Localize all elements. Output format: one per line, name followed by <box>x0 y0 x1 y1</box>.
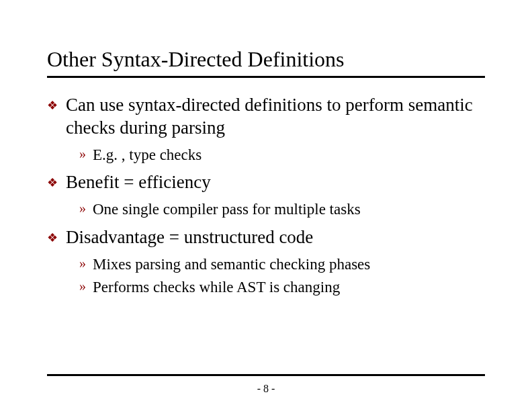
raquo-bullet-icon: » <box>79 279 86 294</box>
list-item: ❖ Disadvantage = unstructured code » Mix… <box>47 226 485 298</box>
list-item: ❖ Benefit = efficiency » One single comp… <box>47 171 485 220</box>
list-item-row: ❖ Can use syntax-directed definitions to… <box>47 94 485 140</box>
sub-list-item-text: One single compiler pass for multiple ta… <box>93 199 361 220</box>
footer-divider <box>47 374 485 376</box>
diamond-bullet-icon: ❖ <box>47 175 58 190</box>
slide-title: Other Syntax-Directed Definitions <box>47 47 485 78</box>
diamond-bullet-icon: ❖ <box>47 98 58 113</box>
sub-list-item: » One single compiler pass for multiple … <box>79 199 485 220</box>
sub-list: » E.g. , type checks <box>79 145 485 165</box>
sub-list-item-text: Mixes parsing and semantic checking phas… <box>93 255 370 275</box>
diamond-bullet-icon: ❖ <box>47 230 58 245</box>
list-item-text: Disadvantage = unstructured code <box>66 226 313 249</box>
sub-list-item-text: E.g. , type checks <box>93 145 202 165</box>
bullet-list: ❖ Can use syntax-directed definitions to… <box>47 94 485 298</box>
raquo-bullet-icon: » <box>79 146 86 162</box>
slide: Other Syntax-Directed Definitions ❖ Can … <box>0 0 532 411</box>
raquo-bullet-icon: » <box>79 201 86 216</box>
raquo-bullet-icon: » <box>79 256 86 271</box>
list-item-text: Benefit = efficiency <box>66 171 211 194</box>
sub-list-item-text: Performs checks while AST is changing <box>93 277 340 298</box>
sub-list: » One single compiler pass for multiple … <box>79 199 485 220</box>
list-item: ❖ Can use syntax-directed definitions to… <box>47 94 485 165</box>
list-item-row: ❖ Benefit = efficiency <box>47 171 485 194</box>
list-item-row: ❖ Disadvantage = unstructured code <box>47 226 485 249</box>
sub-list: » Mixes parsing and semantic checking ph… <box>79 255 485 298</box>
list-item-text: Can use syntax-directed definitions to p… <box>66 94 485 140</box>
sub-list-item: » Mixes parsing and semantic checking ph… <box>79 255 485 275</box>
page-number: - 8 - <box>0 383 532 395</box>
sub-list-item: » Performs checks while AST is changing <box>79 277 485 298</box>
sub-list-item: » E.g. , type checks <box>79 145 485 165</box>
